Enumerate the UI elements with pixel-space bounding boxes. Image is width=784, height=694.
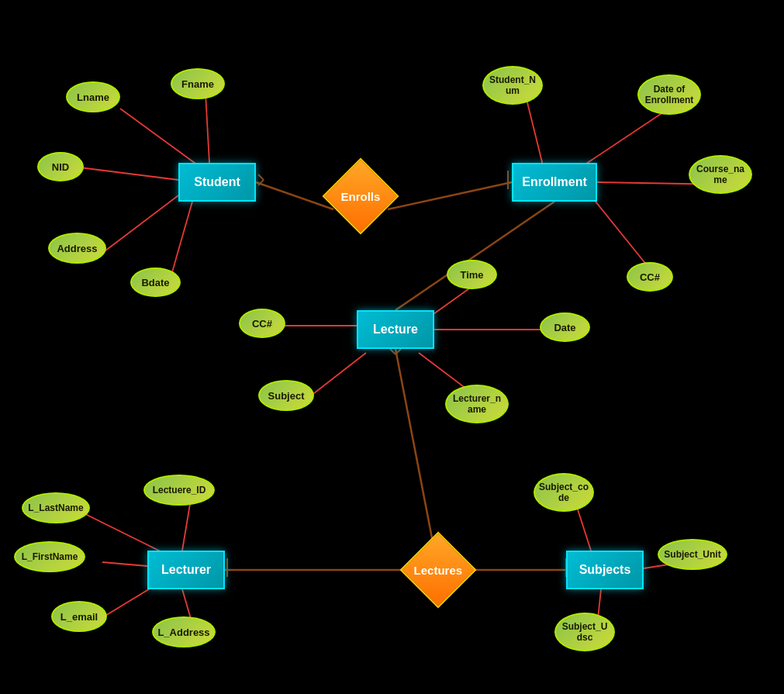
entity-subjects-label: Subjects: [579, 563, 631, 577]
attr-cc-hash: CC#: [239, 309, 285, 338]
attr-l-address: L_Address: [152, 616, 216, 647]
attr-time: Time: [447, 260, 497, 289]
entity-subjects[interactable]: Subjects: [566, 551, 644, 589]
attr-l-firstname: L_FirstName: [14, 541, 85, 572]
attr-subject-udsc: Subject_Udsc: [554, 613, 615, 651]
entity-student[interactable]: Student: [178, 163, 256, 202]
attr-l-email: L_email: [51, 601, 107, 632]
svg-line-20: [81, 512, 167, 554]
relationship-lectures-label: Lectures: [414, 564, 463, 577]
attr-cc-hash-enroll: CC#: [627, 262, 673, 292]
svg-line-26: [644, 565, 668, 568]
svg-line-2: [395, 202, 554, 310]
svg-line-9: [98, 195, 178, 256]
svg-line-6: [120, 109, 198, 165]
entity-enrollment[interactable]: Enrollment: [512, 163, 597, 202]
entity-lecture-label: Lecture: [373, 323, 418, 337]
svg-line-22: [102, 562, 147, 566]
attr-lecturer-name: Lecturer_name: [445, 385, 509, 423]
svg-line-7: [205, 93, 209, 163]
attr-subject-unit: Subject_Unit: [658, 539, 727, 570]
attr-subject-code: Subject_code: [534, 473, 594, 512]
attr-address: Address: [48, 233, 106, 264]
svg-line-21: [182, 504, 190, 551]
attr-date-enrollment: Date ofEnrollment: [637, 74, 701, 115]
entity-lecturer[interactable]: Lecturer: [147, 551, 225, 589]
attr-nid: NID: [37, 152, 84, 181]
relationship-enrolls-label: Enrolls: [341, 189, 381, 202]
attr-lname: Lname: [66, 81, 120, 112]
svg-line-28: [258, 174, 264, 180]
entity-lecture[interactable]: Lecture: [357, 310, 434, 349]
svg-line-25: [577, 507, 591, 551]
entity-student-label: Student: [194, 175, 240, 189]
svg-line-11: [526, 96, 543, 165]
entity-lecturer-label: Lecturer: [161, 563, 211, 577]
svg-line-8: [74, 167, 178, 180]
attr-bdate: Bdate: [130, 268, 181, 297]
attr-date: Date: [540, 312, 590, 342]
attr-course-name: Course_name: [689, 155, 752, 194]
attr-fname: Fname: [171, 68, 225, 99]
attr-student-num: Student_Num: [482, 66, 543, 105]
attr-l-lastname: L_LastName: [22, 492, 90, 523]
entity-enrollment-label: Enrollment: [522, 175, 587, 189]
attr-subject: Subject: [258, 380, 314, 411]
attr-lectuere-id: Lectuere_ID: [143, 475, 215, 506]
svg-line-1: [388, 182, 512, 209]
